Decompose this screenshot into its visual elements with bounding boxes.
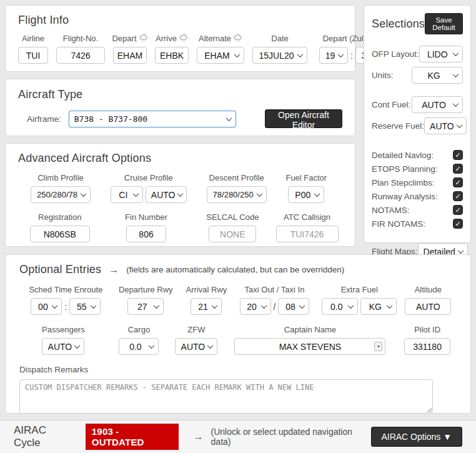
airac-cycle-label: AIRAC Cycle: [14, 424, 74, 449]
notams-label: NOTAMS:: [372, 206, 410, 215]
cargo-select[interactable]: 0.0: [119, 338, 159, 355]
time-separator: :: [64, 302, 67, 312]
chevron-down-icon: [91, 302, 97, 309]
airac-note: (Unlock or select updated navigation dat…: [211, 427, 371, 447]
reserve-fuel-select[interactable]: AUTO: [424, 117, 467, 134]
alternate-select[interactable]: EHAM: [197, 47, 244, 64]
sched-hours-select[interactable]: 00: [31, 298, 62, 315]
chevron-down-icon: [149, 342, 155, 349]
aircraft-type-panel: Aircraft Type Airframe: B738 - B737-800 …: [5, 79, 355, 136]
selcal-code-input[interactable]: [209, 226, 256, 242]
flight-no-input[interactable]: [56, 47, 105, 64]
etops-planning-checkbox[interactable]: ✓: [453, 164, 463, 174]
fir-notams-label: FIR NOTAMS:: [372, 219, 425, 229]
departure-rwy-select[interactable]: 27: [127, 298, 164, 315]
detailed-navlog-checkbox[interactable]: ✓: [453, 150, 463, 160]
chevron-down-icon: [299, 302, 305, 309]
pilot-id-input[interactable]: [404, 338, 450, 355]
altitude-input[interactable]: [405, 298, 451, 315]
depart-hour-select[interactable]: 19: [319, 47, 348, 64]
save-default-button[interactable]: Save Default: [425, 13, 463, 34]
chevron-down-icon: [212, 302, 218, 309]
depart-label: Depart: [112, 34, 147, 43]
runway-analysis-label: Runway Analysis:: [372, 192, 438, 201]
chevron-down-icon: [154, 302, 160, 309]
plan-stepclimbs-checkbox[interactable]: ✓: [453, 177, 463, 187]
airframe-select[interactable]: B738 - B737-800: [69, 111, 236, 127]
airline-input[interactable]: [18, 47, 48, 64]
passengers-label: Passengers: [42, 325, 85, 334]
dispatch-remarks-textarea[interactable]: [19, 379, 433, 414]
depart-input[interactable]: [113, 47, 147, 64]
fuel-factor-select[interactable]: P00: [288, 186, 324, 203]
selections-title: Selections: [372, 17, 425, 31]
zfw-select[interactable]: AUTO: [175, 338, 217, 355]
flight-info-title: Flight Info: [18, 14, 342, 27]
plan-stepclimbs-label: Plan Stepclimbs:: [372, 178, 435, 187]
chevron-down-icon: [453, 50, 459, 56]
atc-callsign-input[interactable]: [276, 226, 339, 242]
chevron-down-icon: [348, 302, 354, 309]
optional-entries-panel: Optional Entries → (fields are automatic…: [5, 254, 471, 414]
descent-profile-select[interactable]: 78/280/250: [207, 186, 267, 203]
chevron-down-icon: [207, 342, 214, 349]
atc-callsign-label: ATC Callsign: [284, 212, 330, 222]
notams-checkbox[interactable]: ✓: [453, 205, 463, 215]
chevron-down-icon: [226, 115, 232, 121]
captain-name-label: Captain Name: [284, 325, 336, 334]
open-aircraft-editor-button[interactable]: Open Aircraft Editor: [265, 109, 342, 128]
passengers-select[interactable]: AUTO: [42, 338, 84, 355]
flight-no-label: Flight-No.: [63, 34, 98, 43]
taxi-in-select[interactable]: 08: [278, 298, 309, 315]
chevron-down-icon: [387, 302, 393, 309]
extra-fuel-select[interactable]: 0.0: [322, 298, 358, 315]
units-label: Units:: [372, 71, 394, 80]
units-select[interactable]: KG: [412, 67, 463, 84]
optional-entries-note: (fields are automatically calculated, bu…: [126, 265, 344, 274]
airac-outdated-badge: 1903 - OUTDATED: [86, 424, 179, 450]
ofp-layout-label: OFP Layout:: [372, 49, 419, 59]
zfw-label: ZFW: [187, 325, 205, 334]
sched-minutes-select[interactable]: 55: [69, 298, 101, 315]
chevron-down-icon: [234, 51, 240, 57]
fir-notams-checkbox[interactable]: ✓: [453, 219, 463, 229]
chevron-down-icon: [456, 122, 462, 128]
ofp-layout-select[interactable]: LIDO: [419, 46, 463, 62]
reserve-fuel-label: Reserve Fuel:: [372, 121, 424, 131]
arrow-right-icon: →: [194, 431, 204, 442]
weather-icon[interactable]: [234, 34, 242, 42]
dispatch-remarks-label: Dispatch Remarks: [19, 365, 457, 374]
chevron-down-icon: [74, 342, 81, 349]
selections-panel: Selections Save Default OFP Layout: LIDO…: [364, 5, 471, 243]
date-select[interactable]: 15JUL20: [252, 47, 307, 64]
weather-icon[interactable]: [179, 34, 188, 42]
registration-input[interactable]: [30, 226, 90, 242]
chevron-down-icon: [81, 191, 87, 197]
cargo-label: Cargo: [128, 325, 150, 334]
extra-fuel-unit-select[interactable]: KG: [360, 298, 397, 315]
chevron-down-icon: [453, 71, 459, 77]
extra-fuel-label: Extra Fuel: [341, 285, 378, 294]
chevron-down-icon: [457, 247, 464, 254]
arrival-rwy-label: Arrival Rwy: [186, 285, 227, 294]
weather-icon[interactable]: [139, 34, 148, 42]
arrow-right-icon: →: [109, 264, 119, 276]
cruise-profile-label: Cruise Profile: [124, 173, 173, 182]
airline-label: Airline: [22, 34, 44, 43]
climb-profile-select[interactable]: 250/280/78: [31, 186, 91, 203]
time-separator: :: [350, 51, 353, 61]
arrival-rwy-select[interactable]: 21: [191, 298, 222, 315]
fin-number-input[interactable]: [126, 226, 166, 242]
cont-fuel-select[interactable]: AUTO: [412, 96, 463, 113]
etops-planning-label: ETOPS Planning:: [372, 164, 438, 174]
airac-options-button[interactable]: AIRAC Options ▼: [371, 427, 462, 447]
taxi-out-select[interactable]: 20: [240, 298, 271, 315]
captain-name-input[interactable]: [234, 338, 385, 355]
aircraft-type-title: Aircraft Type: [18, 88, 342, 101]
chevron-down-icon: [177, 191, 184, 197]
arrive-input[interactable]: [155, 47, 189, 64]
cruise-ci-select[interactable]: AUTO: [146, 186, 187, 203]
flight-info-panel: Flight Info Airline Flight-No. Depart Ar…: [5, 5, 355, 72]
cruise-profile-select[interactable]: CI: [111, 186, 143, 203]
runway-analysis-checkbox[interactable]: ✓: [453, 191, 463, 201]
